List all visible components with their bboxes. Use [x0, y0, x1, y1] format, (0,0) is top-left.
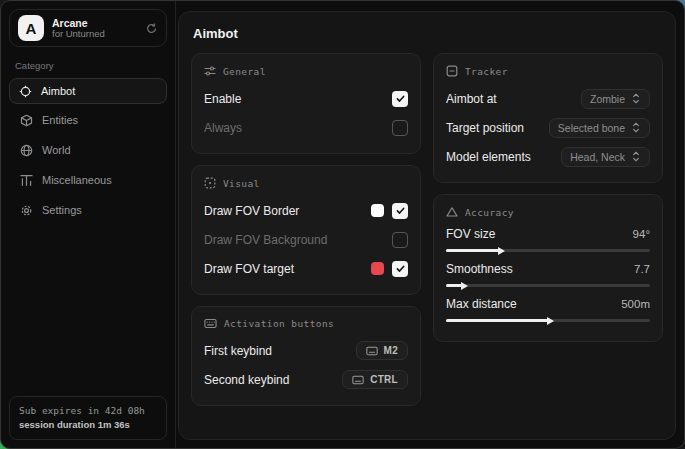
sidebar-item-miscellaneous[interactable]: Miscellaneous [9, 167, 167, 193]
accuracy-card: Accuracy FOV size 94° [433, 194, 663, 342]
smoothness-slider-group: Smoothness 7.7 [446, 262, 650, 287]
sidebar: A Arcane for Unturned Category Aimbot [1, 1, 176, 448]
select-value: Zombie [590, 93, 625, 105]
keybind-value: M2 [384, 345, 399, 356]
setting-row-first-keybind: First keybind M2 [204, 338, 408, 363]
setting-row-fov-border: Draw FOV Border [204, 198, 408, 223]
smoothness-value: 7.7 [634, 263, 650, 275]
aimbot-panel: Aimbot General [178, 11, 676, 440]
fov-size-slider[interactable] [446, 249, 650, 252]
unfold-icon [631, 93, 641, 104]
section-header: General [223, 66, 266, 77]
setting-label: Aimbot at [446, 92, 497, 106]
setting-label: Model elements [446, 150, 531, 164]
setting-label: Smoothness [446, 262, 513, 276]
sidebar-item-entities[interactable]: Entities [9, 107, 167, 133]
always-checkbox[interactable] [392, 120, 408, 136]
session-duration-text: session duration 1m 36s [19, 418, 157, 432]
setting-row-target-position: Target position Selected bone [446, 115, 650, 140]
sidebar-item-aimbot[interactable]: Aimbot [9, 78, 167, 104]
aimbot-at-select[interactable]: Zombie [581, 89, 650, 109]
enable-checkbox[interactable] [392, 91, 408, 107]
keyboard-icon [204, 318, 217, 329]
section-header: Visual [223, 178, 260, 189]
fov-border-checkbox[interactable] [392, 203, 408, 219]
target-position-select[interactable]: Selected bone [549, 118, 650, 138]
setting-row-fov-target: Draw FOV target [204, 256, 408, 281]
sidebar-item-label: Miscellaneous [42, 174, 112, 186]
slider-thumb[interactable] [461, 282, 468, 290]
setting-label: Enable [204, 92, 241, 106]
keybind-value: CTRL [370, 374, 398, 385]
cube-icon [20, 114, 33, 127]
section-header: Accuracy [465, 207, 514, 218]
select-value: Selected bone [558, 122, 625, 134]
app-logo: A [18, 15, 44, 41]
fov-target-color-swatch[interactable] [371, 262, 384, 275]
sidebar-item-label: Entities [42, 114, 78, 126]
setting-row-always: Always [204, 115, 408, 140]
max-distance-slider[interactable] [446, 319, 650, 322]
sidebar-item-label: World [42, 144, 71, 156]
slider-thumb[interactable] [547, 317, 554, 325]
setting-label: Draw FOV Border [204, 204, 299, 218]
focus-icon [204, 177, 216, 189]
crosshair-icon [19, 85, 32, 98]
setting-row-model-elements: Model elements Head, Neck [446, 144, 650, 169]
fov-size-value: 94° [633, 228, 650, 240]
tracker-card: Tracker Aimbot at Zombie [433, 53, 663, 183]
setting-row-aimbot-at: Aimbot at Zombie [446, 86, 650, 111]
second-keybind-button[interactable]: CTRL [342, 370, 408, 389]
sidebar-item-label: Aimbot [41, 85, 75, 97]
general-card: General Enable Always [191, 53, 421, 154]
model-elements-select[interactable]: Head, Neck [561, 147, 650, 167]
setting-label: Always [204, 121, 242, 135]
setting-row-fov-background: Draw FOV Background [204, 227, 408, 252]
globe-icon [20, 144, 33, 157]
sidebar-item-settings[interactable]: Settings [9, 197, 167, 223]
smoothness-slider[interactable] [446, 284, 650, 287]
fov-border-color-swatch[interactable] [371, 204, 384, 217]
activation-card: Activation buttons First keybind M2 [191, 306, 421, 406]
visual-card: Visual Draw FOV Border [191, 165, 421, 295]
setting-row-enable: Enable [204, 86, 408, 111]
gear-icon [20, 204, 33, 217]
setting-label: FOV size [446, 227, 495, 241]
select-value: Head, Neck [570, 151, 625, 163]
setting-label: Max distance [446, 297, 517, 311]
app-name: Arcane [52, 17, 137, 29]
setting-row-second-keybind: Second keybind CTRL [204, 367, 408, 392]
slider-thumb[interactable] [498, 247, 505, 255]
app-subtitle: for Unturned [52, 29, 137, 40]
refresh-icon[interactable] [145, 22, 158, 35]
sliders-icon [204, 65, 216, 77]
fov-target-checkbox[interactable] [392, 261, 408, 277]
fov-size-slider-group: FOV size 94° [446, 227, 650, 252]
sidebar-item-world[interactable]: World [9, 137, 167, 163]
app-window: A Arcane for Unturned Category Aimbot [0, 0, 685, 449]
sidebar-item-label: Settings [42, 204, 82, 216]
section-header: Activation buttons [224, 318, 334, 329]
setting-label: Target position [446, 121, 524, 135]
right-column: Tracker Aimbot at Zombie [433, 53, 663, 342]
setting-label: Draw FOV target [204, 262, 294, 276]
unfold-icon [631, 122, 641, 133]
sub-expiry-text: Sub expires in 42d 08h [19, 404, 157, 418]
subscription-status-card: Sub expires in 42d 08h session duration … [9, 396, 167, 441]
frame-minus-icon [446, 65, 458, 77]
keyboard-icon [352, 375, 364, 385]
columns-icon [20, 174, 33, 187]
setting-label: First keybind [204, 344, 272, 358]
page-title: Aimbot [193, 26, 663, 41]
triangle-icon [446, 206, 458, 218]
main-area: Aimbot General [176, 1, 684, 448]
first-keybind-button[interactable]: M2 [356, 341, 409, 360]
category-label: Category [15, 60, 161, 71]
left-column: General Enable Always [191, 53, 421, 406]
setting-label: Second keybind [204, 373, 289, 387]
setting-label: Draw FOV Background [204, 233, 327, 247]
unfold-icon [631, 151, 641, 162]
fov-background-checkbox[interactable] [392, 232, 408, 248]
max-distance-slider-group: Max distance 500m [446, 297, 650, 322]
section-header: Tracker [465, 66, 508, 77]
